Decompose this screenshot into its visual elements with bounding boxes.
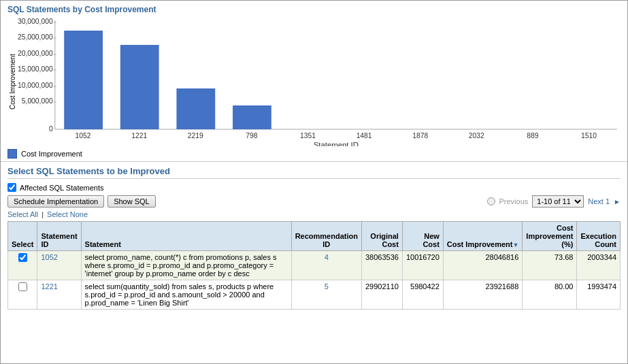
table-row: 1221 select sum(quantity_sold) from sale… [8,280,621,310]
svg-rect-19 [176,88,215,129]
next-arrow-icon: ► [614,198,621,205]
svg-text:1351: 1351 [300,132,316,139]
previous-button[interactable]: Previous [499,197,529,205]
cell-select [8,251,37,280]
toolbar-left: Schedule Implementation Show SQL [7,195,156,208]
rec-id-link[interactable]: 4 [325,253,329,261]
select-none-link[interactable]: Select None [47,210,88,218]
table-header-row: Select StatementID Statement Recommendat… [8,222,621,251]
statements-table: Select StatementID Statement Recommendat… [7,221,621,310]
select-all-link[interactable]: Select All [7,210,38,218]
rec-id-link[interactable]: 5 [325,282,329,291]
cell-cost-improvement: 28046816 [443,251,523,280]
cell-cost-improvement: 23921688 [443,280,523,310]
col-exec-count: ExecutionCount [577,222,621,251]
next-button[interactable]: Next 1 [588,197,610,205]
svg-text:798: 798 [246,132,258,139]
cell-rec-id: 4 [291,251,361,280]
chart-title: SQL Statements by Cost Improvement [7,5,621,14]
table-row: 1052 select promo_name, count(*) c from … [8,251,621,280]
schedule-impl-button[interactable]: Schedule Implementation [7,195,104,208]
col-stmt-id: StatementID [37,222,81,251]
col-orig-cost: OriginalCost [361,222,402,251]
cell-new-cost: 10016720 [402,251,443,280]
legend-label: Cost Improvement [21,150,82,158]
svg-rect-15 [64,31,103,129]
affected-row: Affected SQL Statements [7,183,621,192]
row-checkbox-1[interactable] [18,282,27,291]
main-container: SQL Statements by Cost Improvement Cost … [0,0,628,364]
svg-text:1052: 1052 [76,132,91,139]
cell-cost-pct: 80.00 [523,280,577,310]
cell-stmt-id: 1221 [37,280,81,310]
separator: | [42,210,44,218]
svg-text:889: 889 [527,132,539,139]
svg-text:2032: 2032 [469,132,484,139]
cell-rec-id: 5 [291,280,361,310]
cell-statement: select sum(quantity_sold) from sales s, … [81,280,291,310]
section-title: Select SQL Statements to be Improved [7,166,621,179]
cell-select [8,280,37,310]
cell-cost-pct: 73.68 [523,251,577,280]
row-checkbox-0[interactable] [18,253,27,262]
bar-chart-svg: 30,000,000 25,000,000 20,000,000 15,000,… [16,17,621,146]
cell-orig-cost: 38063536 [361,251,402,280]
cell-exec-count: 2003344 [577,251,621,280]
col-statement: Statement [81,222,291,251]
svg-text:Statement ID: Statement ID [314,141,359,146]
svg-text:0: 0 [49,125,53,133]
cell-stmt-id: 1052 [37,251,81,280]
chart-container: Cost Improvement 30,000,000 25,000,000 2… [7,17,621,146]
svg-text:5,000,000: 5,000,000 [22,97,53,105]
toolbar-row: Schedule Implementation Show SQL Previou… [7,195,621,208]
svg-text:15,000,000: 15,000,000 [18,65,53,73]
cell-statement: select promo_name, count(*) c from promo… [81,251,291,280]
cell-orig-cost: 29902110 [361,280,402,310]
svg-rect-21 [233,105,271,129]
svg-text:30,000,000: 30,000,000 [18,18,53,25]
affected-checkbox[interactable] [7,183,16,192]
cell-exec-count: 1993474 [577,280,621,310]
pagination-radio-icon [487,197,495,205]
stmt-id-link[interactable]: 1052 [41,253,57,261]
col-cost-pct: CostImprovement(%) [523,222,577,251]
svg-text:1510: 1510 [581,132,597,139]
select-section: Select SQL Statements to be Improved Aff… [1,162,627,310]
affected-label: Affected SQL Statements [20,184,104,192]
chart-inner: 30,000,000 25,000,000 20,000,000 15,000,… [16,17,621,146]
cell-new-cost: 5980422 [402,280,443,310]
stmt-id-link[interactable]: 1221 [41,282,57,291]
svg-text:1481: 1481 [357,132,372,139]
chart-section: SQL Statements by Cost Improvement Cost … [1,1,627,162]
chart-y-label: Cost Improvement [7,17,16,146]
svg-text:25,000,000: 25,000,000 [18,33,53,41]
toolbar-right: Previous 1-10 of 11 Next 1 ► [487,195,621,208]
svg-text:20,000,000: 20,000,000 [18,50,53,57]
col-new-cost: NewCost [402,222,443,251]
svg-text:2219: 2219 [188,132,203,139]
svg-rect-17 [120,45,159,129]
col-select: Select [8,222,37,251]
svg-text:1878: 1878 [412,132,428,139]
svg-text:1221: 1221 [131,132,147,139]
select-links: Select All | Select None [7,210,621,218]
page-select[interactable]: 1-10 of 11 [532,195,584,208]
svg-text:10,000,000: 10,000,000 [18,82,53,89]
legend-color-box [7,149,17,159]
col-rec-id: RecommendationID [291,222,361,251]
chart-legend: Cost Improvement [7,149,621,159]
col-cost-improvement: Cost Improvement▼ [443,222,523,251]
show-sql-button[interactable]: Show SQL [108,195,156,208]
